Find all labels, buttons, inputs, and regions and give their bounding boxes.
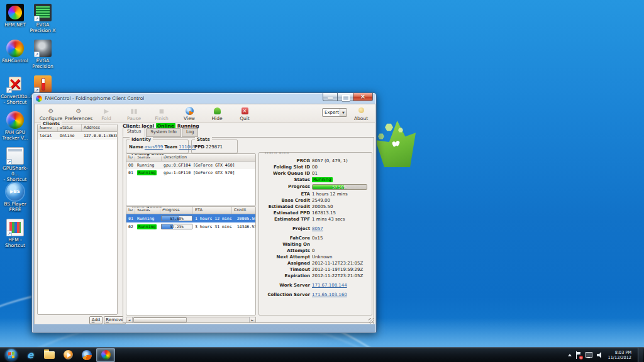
- work-unit-title: Work Unit: [262, 152, 291, 155]
- view-button[interactable]: View: [175, 106, 203, 121]
- fahcontrol-taskbar[interactable]: [96, 348, 115, 362]
- taskbar-clock[interactable]: 8:03 PM 11/12/2012: [608, 350, 634, 360]
- desktop-icon-label: HFM - Shortcut: [1, 237, 30, 248]
- show-desktop-button[interactable]: [638, 348, 643, 362]
- action-center-icon[interactable]: ×: [575, 351, 582, 359]
- mode-select[interactable]: Expert ▼: [322, 108, 347, 117]
- hfm-icon: [6, 4, 24, 21]
- column-header-address[interactable]: Address: [82, 124, 117, 131]
- bsplayer-icon: [6, 183, 24, 200]
- media-player-taskbar[interactable]: [58, 348, 77, 362]
- desktop-icon-hfm[interactable]: ↗HFM - Shortcut: [1, 219, 30, 248]
- column-header-credit[interactable]: Credit: [232, 207, 256, 214]
- desktop-icon-evga[interactable]: ↗EVGA Precision X: [28, 4, 57, 33]
- folder-icon: [44, 351, 55, 359]
- team-label: Team: [164, 145, 177, 150]
- column-header-description[interactable]: Description: [162, 154, 255, 161]
- clients-panel: Clients NameStatusAddress localOnline127…: [37, 124, 118, 315]
- desktop-icon-gpushark-0[interactable]: ↗GPUShark-0... - Shortcut: [1, 147, 30, 182]
- running-badge: Running: [312, 177, 333, 182]
- work-queue-hscrollbar[interactable]: ◄ ►: [126, 317, 256, 323]
- media-player-icon: [64, 350, 73, 359]
- preferences-button[interactable]: ⚙Preferences: [65, 106, 92, 121]
- workunit-field-prcg: PRCG8057 (0, 479, 1): [259, 158, 372, 164]
- progress-bar: 57.58%: [161, 216, 192, 221]
- window-titlebar[interactable]: FAHControl - Folding@home Client Control: [32, 93, 376, 104]
- donor-name-link[interactable]: asus939: [145, 145, 163, 150]
- client-row[interactable]: localOnline127.0.0.1:36330: [38, 132, 117, 140]
- finish-button: ◼Finish: [148, 106, 175, 121]
- folding-slot-row[interactable]: 00Runninggpu:0:GF104 [GeForce GTX 460]: [126, 162, 255, 169]
- convertx-icon: ↗: [6, 75, 24, 93]
- minimize-button[interactable]: [323, 93, 338, 101]
- workunit-field-estimated-credit: Estimated Credit20005.50: [259, 204, 372, 210]
- add-client-button[interactable]: Add: [89, 316, 103, 324]
- column-header-eta[interactable]: ETA: [193, 207, 232, 214]
- window-resize-grip[interactable]: [369, 318, 374, 324]
- workunit-field-assigned: Assigned2012-11-12T23:21:05Z: [259, 260, 372, 266]
- fahcontrol-app-icon: [36, 96, 42, 102]
- progress-text: 57.58%: [162, 216, 192, 221]
- maximize-button[interactable]: [338, 93, 353, 101]
- chevron-down-icon: ▼: [340, 109, 347, 116]
- desktop-icon-convertxto[interactable]: ↗ConvertXto... - Shortcut: [1, 75, 30, 105]
- fahcontrol-window: FAHControl - Folding@home Client Control…: [31, 92, 377, 333]
- tab-status[interactable]: Status: [123, 128, 145, 137]
- workunit-field-work-queue-id: Work Queue ID01: [259, 170, 372, 177]
- fahcontrol-icon: [101, 350, 111, 359]
- scroll-left-arrow[interactable]: ◄: [126, 317, 133, 322]
- workunit-field-timeout: Timeout2012-11-19T19:59:29Z: [259, 266, 372, 273]
- hidden-icons-chevron[interactable]: [568, 354, 572, 356]
- work-queue-panel: Work Queue IDStatusProgressETACreditPR 0…: [126, 206, 256, 315]
- quit-button[interactable]: ×Quit: [231, 106, 258, 121]
- scroll-right-arrow[interactable]: ►: [249, 317, 255, 322]
- hfmshort-icon: ↗: [6, 219, 24, 236]
- project-link[interactable]: 8057: [312, 226, 323, 231]
- internet-explorer-taskbar[interactable]: e: [21, 348, 40, 362]
- folding-slots-title: Folding Slots: [130, 153, 165, 156]
- view-label: View: [175, 116, 203, 121]
- tab-system-info[interactable]: System Info: [146, 128, 181, 137]
- column-header-progress[interactable]: Progress: [160, 207, 193, 214]
- hide-button[interactable]: Hide: [203, 106, 231, 121]
- scrollbar-thumb[interactable]: [133, 317, 187, 322]
- firefox-taskbar[interactable]: [77, 348, 96, 362]
- workunit-field-waiting-on: Waiting On: [259, 241, 372, 248]
- quit-label: Quit: [231, 116, 258, 121]
- desktop-icon-label: FAH GPU Tracker V...: [1, 129, 30, 141]
- start-button[interactable]: [2, 348, 21, 362]
- work-server-link[interactable]: 171.67.108.144: [312, 283, 347, 288]
- network-icon[interactable]: [586, 351, 593, 358]
- desktop-icon-bs-player[interactable]: BS.Player FREE: [1, 183, 30, 212]
- desktop-icon-hfm-net[interactable]: HFM.NET: [1, 4, 30, 28]
- stats-panel: Stats PPD 229871: [191, 140, 238, 153]
- folding-slot-row[interactable]: 01Runninggpu:1:GF110 [GeForce GTX 570]: [126, 169, 255, 177]
- desktop-icon-label: ConvertXto... - Shortcut: [1, 94, 30, 105]
- workunit-field-progress: Progress57.56%: [259, 183, 372, 191]
- workunit-field-status: StatusRunning: [259, 177, 372, 183]
- work-queue-row[interactable]: 02Running37.23%3 hours 31 mins14346.538: [126, 222, 256, 231]
- folding-slots-panel: Folding Slots IDStatusDescription 00Runn…: [126, 153, 256, 206]
- tab-log[interactable]: Log: [182, 128, 199, 137]
- clients-panel-title: Clients: [41, 121, 62, 127]
- workunit-field-estimated-ppd: Estimated PPD167813.15: [259, 210, 372, 216]
- running-badge: Running: [137, 170, 157, 175]
- volume-icon[interactable]: [597, 351, 604, 358]
- scrollbar-track[interactable]: [133, 317, 249, 322]
- configure-button[interactable]: ⚙Configure: [37, 106, 65, 121]
- about-button[interactable]: About: [351, 106, 371, 121]
- desktop-icon-label: FAHControl: [1, 58, 30, 63]
- collection-server-link[interactable]: 171.65.103.160: [312, 292, 347, 297]
- workunit-field-estimated-tpf: Estimated TPF1 mins 43 secs: [259, 216, 372, 222]
- shortcut-arrow-icon: ↗: [34, 52, 40, 57]
- mode-select-value: Expert: [325, 110, 339, 115]
- work-queue-row[interactable]: 01Running57.58%1 hours 12 mins20005.508: [126, 214, 256, 222]
- workunit-field-folding-slot-id: Folding Slot ID00: [259, 164, 372, 170]
- windows-explorer-taskbar[interactable]: [40, 348, 58, 362]
- desktop-icon-evga[interactable]: ↗EVGA Precision: [28, 40, 57, 69]
- desktop-icon-fah-gpu[interactable]: FAH GPU Tracker V...: [1, 111, 30, 141]
- window-client-area: Clients NameStatusAddress localOnline127…: [34, 123, 375, 324]
- close-button[interactable]: [353, 93, 373, 101]
- identity-panel-title: Identity: [130, 137, 153, 143]
- desktop-icon-fahcontrol[interactable]: FAHControl: [1, 40, 30, 63]
